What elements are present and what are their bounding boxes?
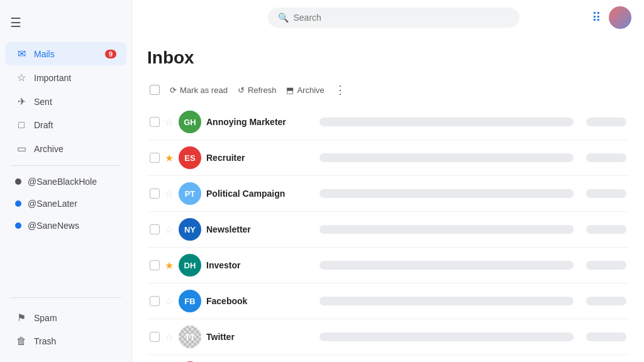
star-0[interactable]: ☆ [165,116,174,128]
app-header: 🔍 ⠿ [132,0,644,35]
subject-line-5 [319,297,574,305]
archive-button[interactable]: ⬒ Archive [286,85,324,95]
search-input[interactable] [294,13,509,23]
mark-as-read-button[interactable]: ⟳ Mark as read [170,85,228,95]
sender-avatar-0: GH [179,111,201,133]
page-title: Inbox [147,48,629,68]
hamburger-menu[interactable]: ☰ [10,11,121,34]
header-right: ⠿ [592,6,631,29]
email-list: ☆ GH Annoying Marketer ★ ES Recruiter ☆ … [147,104,629,362]
star-3[interactable]: ☆ [165,224,174,236]
icon-spam: ⚑ [15,312,28,324]
email-row[interactable]: ☆ TT Twitter [147,319,629,355]
icon-archive: ▭ [15,143,28,155]
sender-name-5: Facebook [206,296,307,306]
label-sent: Sent [34,97,116,107]
subject-line-0 [319,118,574,126]
dot-saneblackhole [15,178,21,185]
star-1[interactable]: ★ [165,152,174,164]
sidebar-item-trash[interactable]: 🗑 Trash [5,330,126,353]
email-row[interactable]: ☆ FB Facebook [147,283,629,319]
sidebar-nav: ✉ Mails 9 ☆ Important ✈ Sent □ Draft ▭ A… [0,39,131,292]
avatar[interactable] [609,6,631,29]
label-important: Important [34,73,116,83]
date-pill-4 [586,261,626,270]
sender-name-1: Recruiter [206,153,307,163]
date-pill-5 [586,297,626,305]
email-row[interactable]: ☆ NY Newsletter [147,212,629,248]
label-saneblackhole: @SaneBlackHole [28,177,116,187]
email-checkbox-6[interactable] [150,332,160,342]
email-toolbar: ⟳ Mark as read ↺ Refresh ⬒ Archive ⋮ [147,78,629,102]
sidebar: ☰ ✉ Mails 9 ☆ Important ✈ Sent □ Draft ▭… [0,0,132,362]
date-pill-2 [586,189,626,198]
sidebar-item-sanelater[interactable]: @SaneLater [5,193,126,214]
sidebar-item-archive[interactable]: ▭ Archive [5,137,126,160]
refresh-icon: ↺ [238,85,245,95]
label-draft: Draft [34,120,116,130]
search-icon: 🔍 [278,13,289,23]
icon-sent: ✈ [15,96,28,107]
email-row[interactable]: ☆ GH Annoying Marketer [147,104,629,140]
email-checkbox-2[interactable] [150,189,160,199]
subject-line-1 [319,153,574,162]
icon-important: ☆ [15,72,28,84]
sender-avatar-1: ES [179,146,201,169]
email-row[interactable]: ★ DH Investor [147,248,629,283]
icon-trash: 🗑 [15,336,28,347]
email-checkbox-5[interactable] [150,296,160,306]
mark-read-icon: ⟳ [170,85,177,95]
sidebar-item-saneblackhole[interactable]: @SaneBlackHole [5,171,126,192]
label-spam: Spam [34,313,116,323]
email-row[interactable]: ★ LW Your Spouse [147,355,629,362]
email-row[interactable]: ★ ES Recruiter [147,140,629,176]
icon-draft: □ [15,119,28,131]
sender-name-4: Investor [206,260,307,270]
more-options-button[interactable]: ⋮ [335,83,346,97]
archive-icon: ⬒ [286,85,294,95]
dot-sanelater [15,200,21,207]
email-checkbox-4[interactable] [150,260,160,270]
sidebar-item-spam[interactable]: ⚑ Spam [5,306,126,329]
label-mails: Mails [34,49,105,59]
email-checkbox-1[interactable] [150,153,160,163]
date-pill-3 [586,225,626,234]
label-archive: Archive [34,144,116,154]
sender-name-6: Twitter [206,332,307,342]
sidebar-item-sanenews[interactable]: @SaneNews [5,215,126,236]
grid-icon[interactable]: ⠿ [592,10,601,25]
sidebar-item-sent[interactable]: ✈ Sent [5,90,126,113]
inbox-content: Inbox ⟳ Mark as read ↺ Refresh ⬒ Archive… [132,35,644,362]
label-sanelater: @SaneLater [28,199,116,209]
dot-sanenews [15,222,21,229]
email-row[interactable]: ☆ PT Political Campaign [147,176,629,212]
sender-avatar-6: TT [179,326,201,348]
select-all-checkbox[interactable] [150,85,160,95]
sender-name-3: Newsletter [206,224,307,234]
main-content: 🔍 ⠿ Inbox ⟳ Mark as read ↺ Refresh [132,0,644,362]
sender-name-2: Political Campaign [206,189,307,199]
badge-mails: 9 [105,50,116,58]
sidebar-item-draft[interactable]: □ Draft [5,114,126,136]
star-4[interactable]: ★ [165,260,174,272]
sender-avatar-5: FB [179,290,201,312]
sidebar-item-mails[interactable]: ✉ Mails 9 [5,42,126,65]
star-6[interactable]: ☆ [165,331,174,343]
email-checkbox-3[interactable] [150,224,160,234]
sender-avatar-3: NY [179,218,201,241]
date-pill-1 [586,153,626,162]
sender-avatar-4: DH [179,254,201,277]
email-checkbox-0[interactable] [150,117,160,127]
sender-name-0: Annoying Marketer [206,117,307,127]
refresh-button[interactable]: ↺ Refresh [238,85,277,95]
sidebar-item-important[interactable]: ☆ Important [5,66,126,89]
date-pill-6 [586,332,626,341]
search-bar: 🔍 [268,8,519,28]
subject-line-4 [319,261,574,270]
subject-line-6 [319,332,574,341]
subject-line-2 [319,189,574,198]
star-5[interactable]: ☆ [165,295,174,307]
date-pill-0 [586,118,626,126]
star-2[interactable]: ☆ [165,188,174,200]
sender-avatar-2: PT [179,182,201,205]
